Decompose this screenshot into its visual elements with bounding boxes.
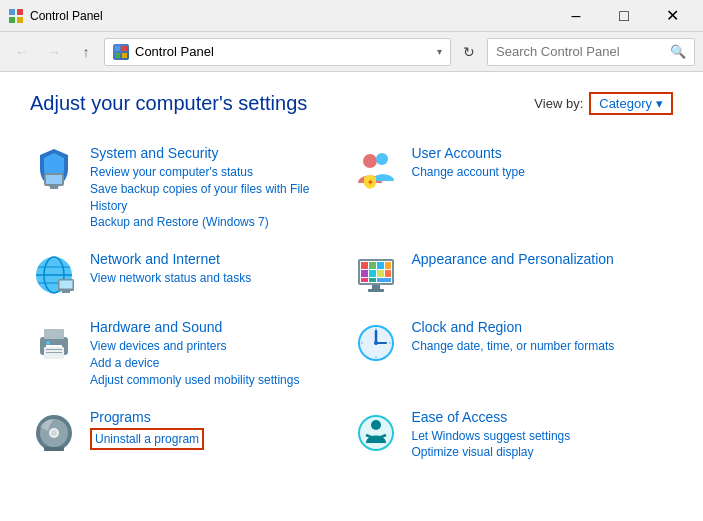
svg-rect-33: [369, 278, 376, 282]
svg-rect-3: [17, 17, 23, 23]
svg-rect-41: [46, 345, 62, 347]
category-clock-region: Clock and Region Change date, time, or n…: [352, 309, 674, 398]
window-title: Control Panel: [30, 9, 553, 23]
address-dropdown-icon[interactable]: ▾: [437, 46, 442, 57]
hardware-sound-link-3[interactable]: Adjust commonly used mobility settings: [90, 372, 342, 389]
app-icon: [8, 8, 24, 24]
network-internet-icon: [30, 251, 78, 299]
programs-icon: [30, 409, 78, 457]
viewby-container: View by: Category ▾: [534, 92, 673, 115]
back-button[interactable]: ←: [8, 38, 36, 66]
appearance-icon: [352, 251, 400, 299]
svg-rect-4: [115, 46, 120, 51]
svg-rect-32: [361, 278, 368, 282]
viewby-dropdown[interactable]: Category ▾: [589, 92, 673, 115]
svg-rect-31: [385, 270, 391, 277]
ease-access-content: Ease of Access Let Windows suggest setti…: [412, 409, 664, 462]
network-internet-content: Network and Internet View network status…: [90, 251, 342, 287]
page-title: Adjust your computer's settings: [30, 92, 307, 115]
category-ease-access: Ease of Access Let Windows suggest setti…: [352, 399, 674, 472]
viewby-label: View by:: [534, 96, 583, 111]
svg-rect-29: [369, 270, 376, 277]
appearance-title[interactable]: Appearance and Personalization: [412, 251, 664, 267]
up-button[interactable]: ↑: [72, 38, 100, 66]
system-security-icon: [30, 145, 78, 193]
svg-text:✦: ✦: [367, 178, 374, 187]
titlebar: Control Panel – □ ✕: [0, 0, 703, 32]
search-icon[interactable]: 🔍: [670, 44, 686, 59]
system-security-content: System and Security Review your computer…: [90, 145, 342, 231]
search-box[interactable]: 🔍: [487, 38, 695, 66]
hardware-sound-content: Hardware and Sound View devices and prin…: [90, 319, 342, 388]
refresh-button[interactable]: ↻: [455, 38, 483, 66]
svg-point-60: [371, 420, 381, 430]
svg-rect-30: [377, 270, 384, 277]
maximize-button[interactable]: □: [601, 0, 647, 32]
system-security-title[interactable]: System and Security: [90, 145, 342, 161]
ease-access-title[interactable]: Ease of Access: [412, 409, 664, 425]
category-user-accounts: ✦ User Accounts Change account type: [352, 135, 674, 241]
search-input[interactable]: [496, 44, 666, 59]
user-accounts-link-1[interactable]: Change account type: [412, 164, 664, 181]
system-security-link-2[interactable]: Save backup copies of your files with Fi…: [90, 181, 342, 215]
main-content: Adjust your computer's settings View by:…: [0, 72, 703, 491]
svg-rect-43: [46, 352, 62, 353]
svg-rect-9: [46, 175, 62, 184]
svg-rect-21: [62, 291, 70, 293]
svg-rect-7: [122, 53, 127, 58]
programs-link-uninstall[interactable]: Uninstall a program: [90, 428, 204, 451]
ease-access-icon: [352, 409, 400, 457]
hardware-sound-icon: [30, 319, 78, 367]
svg-rect-6: [115, 53, 120, 58]
svg-rect-34: [377, 278, 391, 282]
page-header: Adjust your computer's settings View by:…: [30, 92, 673, 115]
window-controls: – □ ✕: [553, 0, 695, 32]
ease-access-link-1[interactable]: Let Windows suggest settings: [412, 428, 664, 445]
svg-rect-35: [372, 285, 380, 289]
programs-title[interactable]: Programs: [90, 409, 342, 425]
appearance-content: Appearance and Personalization: [412, 251, 664, 270]
category-network-internet: Network and Internet View network status…: [30, 241, 352, 309]
svg-rect-2: [9, 17, 15, 23]
network-internet-link-1[interactable]: View network status and tasks: [90, 270, 342, 287]
hardware-sound-link-2[interactable]: Add a device: [90, 355, 342, 372]
categories-grid: System and Security Review your computer…: [30, 135, 673, 471]
viewby-value: Category: [599, 96, 652, 111]
minimize-button[interactable]: –: [553, 0, 599, 32]
category-hardware-sound: Hardware and Sound View devices and prin…: [30, 309, 352, 398]
close-button[interactable]: ✕: [649, 0, 695, 32]
address-cp-icon: [113, 44, 129, 60]
clock-region-icon: [352, 319, 400, 367]
user-accounts-icon: ✦: [352, 145, 400, 193]
svg-point-11: [363, 154, 377, 168]
svg-rect-28: [361, 270, 368, 277]
category-programs: Programs Uninstall a program: [30, 399, 352, 472]
user-accounts-title[interactable]: User Accounts: [412, 145, 664, 161]
svg-rect-25: [369, 262, 376, 269]
svg-rect-5: [122, 46, 127, 51]
viewby-arrow-icon: ▾: [656, 96, 663, 111]
programs-content: Programs Uninstall a program: [90, 409, 342, 451]
hardware-sound-link-1[interactable]: View devices and printers: [90, 338, 342, 355]
addressbar: ← → ↑ Control Panel ▾ ↻ 🔍: [0, 32, 703, 72]
clock-region-content: Clock and Region Change date, time, or n…: [412, 319, 664, 355]
user-accounts-content: User Accounts Change account type: [412, 145, 664, 181]
category-system-security: System and Security Review your computer…: [30, 135, 352, 241]
address-label: Control Panel: [135, 44, 431, 59]
svg-rect-0: [9, 9, 15, 15]
clock-region-link-1[interactable]: Change date, time, or number formats: [412, 338, 664, 355]
network-internet-title[interactable]: Network and Internet: [90, 251, 342, 267]
svg-rect-42: [46, 349, 62, 350]
clock-region-title[interactable]: Clock and Region: [412, 319, 664, 335]
svg-rect-40: [46, 341, 50, 345]
address-bar[interactable]: Control Panel ▾: [104, 38, 451, 66]
forward-button[interactable]: →: [40, 38, 68, 66]
svg-rect-20: [60, 281, 73, 289]
svg-rect-26: [377, 262, 384, 269]
hardware-sound-title[interactable]: Hardware and Sound: [90, 319, 342, 335]
system-security-link-1[interactable]: Review your computer's status: [90, 164, 342, 181]
svg-point-12: [376, 153, 388, 165]
system-security-link-3[interactable]: Backup and Restore (Windows 7): [90, 214, 342, 231]
svg-point-56: [51, 430, 57, 436]
ease-access-link-2[interactable]: Optimize visual display: [412, 444, 664, 461]
